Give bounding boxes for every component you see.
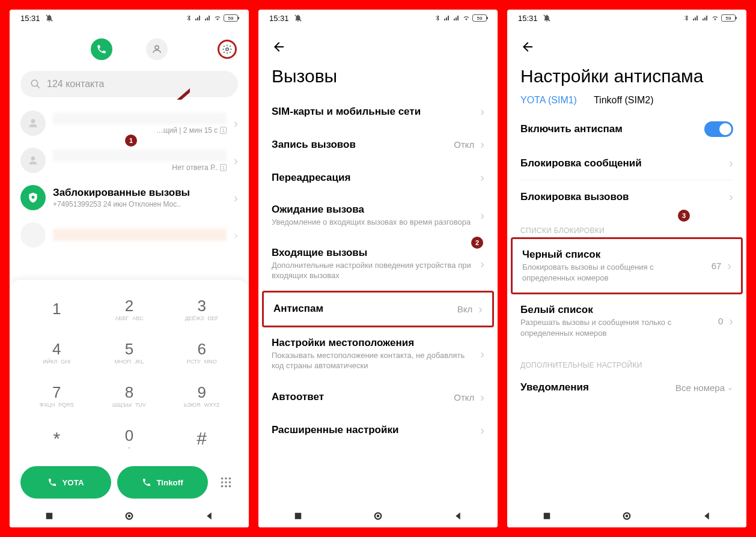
setting-item[interactable]: SIM-карты и мобильные сети› xyxy=(258,95,498,128)
call-sim1-button[interactable]: YOTA xyxy=(20,466,111,499)
dnd-icon xyxy=(45,14,53,22)
setting-item[interactable]: Расширенные настройки› xyxy=(258,414,498,447)
nav-recents-icon[interactable] xyxy=(541,511,552,521)
svg-point-15 xyxy=(225,485,227,488)
tab-calls[interactable] xyxy=(91,38,112,60)
dialpad-key[interactable]: 8ШЩЪЫTUV xyxy=(93,374,166,417)
call-log-row[interactable]: › xyxy=(10,216,249,253)
dialpad-key[interactable]: 0+ xyxy=(93,417,166,460)
sim-tab-1[interactable]: YOTA (SIM1) xyxy=(520,95,577,106)
dialpad-key[interactable]: 9ЬЭЮЯWXYZ xyxy=(165,374,238,417)
chevron-right-icon: › xyxy=(480,423,484,437)
chevron-updown-icon: ⌄ xyxy=(727,383,733,392)
dialpad-key[interactable]: 3ДЕЁЖЗDEF xyxy=(165,287,238,330)
nav-back-icon[interactable] xyxy=(701,511,712,521)
bluetooth-icon xyxy=(683,14,690,22)
signal-icon xyxy=(195,14,202,22)
signal-icon xyxy=(692,14,700,22)
svg-point-5 xyxy=(31,119,35,123)
android-navbar xyxy=(10,505,249,527)
phone-icon xyxy=(96,44,107,55)
screen-antispam: 15:31 59 Настройки антиспама YOTA (SIM1)… xyxy=(507,10,746,527)
svg-point-1 xyxy=(155,46,159,49)
blocked-title: Заблокированные вызовы xyxy=(53,187,227,199)
svg-point-20 xyxy=(128,515,131,518)
nav-home-icon[interactable] xyxy=(124,511,135,521)
call-log-row[interactable]: Нет ответа Р..1 › xyxy=(10,142,249,179)
dialpad-key[interactable]: 6РСТУMNO xyxy=(165,330,238,374)
svg-point-3 xyxy=(31,80,38,86)
chevron-right-icon: › xyxy=(729,190,733,204)
chevron-right-icon: › xyxy=(478,302,483,316)
status-time: 15:31 xyxy=(20,14,40,23)
chevron-right-icon: › xyxy=(727,259,731,273)
dialpad-key[interactable]: 5МНОПJKL xyxy=(93,330,166,374)
setting-enable-antispam[interactable]: Включить антиспам xyxy=(507,112,746,147)
chevron-right-icon: › xyxy=(480,138,484,151)
setting-whitelist[interactable]: Белый список Разрешать вызовы и сообщени… xyxy=(507,294,746,348)
dialpad-key[interactable]: 1 xyxy=(20,287,93,330)
svg-point-14 xyxy=(221,485,224,488)
back-button[interactable] xyxy=(507,26,746,60)
svg-point-9 xyxy=(225,478,227,480)
dialpad-key[interactable]: * xyxy=(20,417,93,460)
nav-home-icon[interactable] xyxy=(373,511,383,521)
setting-block-messages[interactable]: Блокировка сообщений › xyxy=(507,147,746,180)
tab-contacts[interactable] xyxy=(146,38,168,60)
svg-line-4 xyxy=(37,85,40,88)
chevron-right-icon: › xyxy=(234,191,238,205)
sim-tab-2[interactable]: Tinkoff (SIM2) xyxy=(594,95,654,106)
grid-icon xyxy=(219,476,233,489)
setting-blacklist[interactable]: Черный список Блокировать вызовы и сообщ… xyxy=(511,237,743,294)
arrow-left-icon xyxy=(272,40,286,54)
toggle-on-icon[interactable] xyxy=(704,121,733,137)
nav-back-icon[interactable] xyxy=(453,511,463,521)
blocked-calls-row[interactable]: Заблокированные вызовы +74951399253 24 и… xyxy=(10,179,249,216)
screen-call-settings: 15:31 59 Вызовы SIM-карты и мобильные се… xyxy=(258,10,498,527)
setting-item[interactable]: АвтоответОткл› xyxy=(258,381,498,414)
nav-recents-icon[interactable] xyxy=(293,511,303,521)
nav-recents-icon[interactable] xyxy=(44,511,55,521)
svg-point-7 xyxy=(32,196,35,199)
setting-notifications[interactable]: Уведомления Все номера ⌄ xyxy=(507,372,746,403)
chevron-right-icon: › xyxy=(234,228,238,242)
arrow-left-icon xyxy=(520,40,535,54)
chevron-right-icon: › xyxy=(480,105,484,118)
setting-item[interactable]: Ожидание вызоваУведомление о входящих вы… xyxy=(258,194,498,237)
status-time: 15:31 xyxy=(269,14,289,23)
svg-point-8 xyxy=(221,478,224,480)
setting-block-calls[interactable]: Блокировка вызовов › xyxy=(507,180,746,213)
signal-icon xyxy=(702,14,709,22)
dialpad: 12АБВГABC3ДЕЁЖЗDEF4ИЙКЛGHI5МНОПJKL6РСТУM… xyxy=(10,280,249,505)
status-bar: 15:31 59 xyxy=(507,10,746,26)
wifi-icon xyxy=(463,14,470,22)
tab-settings[interactable] xyxy=(218,40,237,59)
chevron-right-icon: › xyxy=(729,314,733,328)
dialpad-toggle[interactable] xyxy=(214,476,238,489)
dialpad-key[interactable]: # xyxy=(165,417,238,460)
signal-icon xyxy=(444,14,451,22)
dropdown-value[interactable]: Все номера ⌄ xyxy=(675,383,733,393)
dialpad-key[interactable]: 2АБВГABC xyxy=(93,287,166,330)
status-bar: 15:31 59 xyxy=(10,10,249,26)
setting-item[interactable]: АнтиспамВкл› xyxy=(262,291,494,327)
setting-item[interactable]: Настройки местоположенияПоказывать место… xyxy=(258,327,498,381)
dialpad-key[interactable]: 7ФХЦЧPQRS xyxy=(20,374,93,417)
setting-item[interactable]: Запись вызововОткл› xyxy=(258,128,498,161)
setting-item[interactable]: Входящие вызовыДополнительные настройки … xyxy=(258,237,498,291)
search-input[interactable]: 124 контакта xyxy=(20,71,238,97)
svg-point-12 xyxy=(225,481,227,484)
setting-item[interactable]: Переадресация› xyxy=(258,161,498,194)
nav-back-icon[interactable] xyxy=(204,511,215,521)
avatar xyxy=(20,111,46,136)
call-sim2-button[interactable]: Tinkoff xyxy=(117,466,208,499)
avatar xyxy=(20,148,46,173)
svg-point-11 xyxy=(221,481,224,484)
shield-icon xyxy=(20,185,46,210)
bluetooth-icon xyxy=(434,14,441,22)
nav-home-icon[interactable] xyxy=(621,511,632,521)
search-placeholder: 124 контакта xyxy=(47,79,104,90)
chevron-right-icon: › xyxy=(234,154,238,168)
dialpad-key[interactable]: 4ИЙКЛGHI xyxy=(20,330,93,374)
back-button[interactable] xyxy=(258,26,498,60)
